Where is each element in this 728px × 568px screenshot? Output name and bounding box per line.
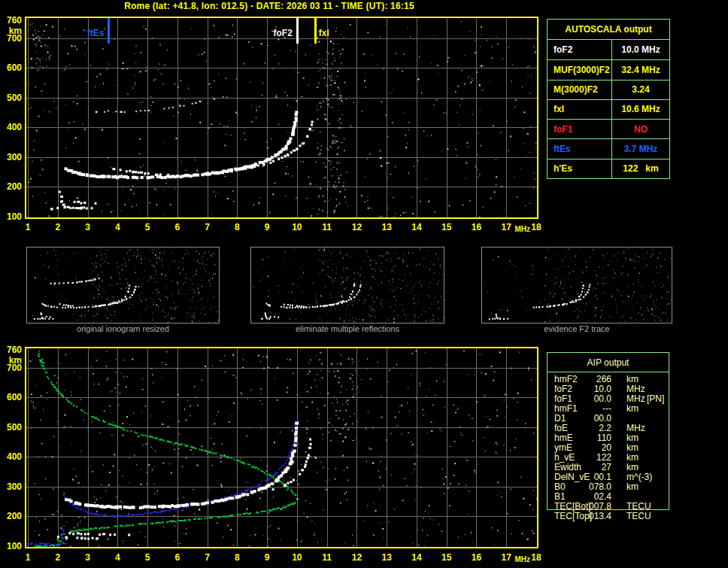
x-tick-label: 5 [145, 552, 150, 563]
thumbnail-eliminate-reflections [250, 247, 444, 323]
autoscala-row: M(3000)F23.24 [548, 80, 669, 99]
x-tick-label: 15 [441, 552, 451, 563]
scaled-ionogram-plot [25, 17, 538, 219]
x-tick-label: 14 [411, 552, 421, 563]
aip-param-unit: MHz [626, 384, 645, 394]
aip-param-unit: m^(-3) [626, 472, 652, 482]
x-tick-label: 3 [85, 222, 90, 232]
aip-rows: hmF2266kmfoF210.0MHzfoF100.0MHz[PN]hmF1-… [547, 374, 669, 521]
aip-param-unit: MHz [626, 423, 645, 433]
autoscala-param-label: h'Es [548, 159, 611, 178]
x-tick-label: 13 [381, 552, 391, 563]
x-tick-label: 17 [502, 222, 511, 232]
x-tick-label: 12 [352, 552, 362, 563]
y-tick-label: 400 [7, 451, 22, 462]
x-tick-label: 16 [472, 552, 481, 563]
x-tick-label: 16 [472, 222, 481, 232]
x-tick-label: 9 [265, 552, 270, 563]
x-tick-label: 1 [26, 552, 31, 563]
aip-param-value: 013.4 [547, 511, 611, 521]
x-tick-label: 18 [531, 222, 541, 232]
marker-label-fxi: fxI [319, 28, 329, 38]
aip-param-unit: km [626, 481, 639, 492]
autoscala-window: Rome (lat: +41.8, lon: 012.5) - DATE: 20… [0, 0, 728, 568]
autoscala-rows: foF210.0 MHzMUF(3000)F232.4 MHzM(3000)F2… [548, 40, 669, 178]
x-tick-label: 15 [441, 222, 451, 232]
aip-param-unit: TECU [626, 501, 651, 512]
x-tick-label: 4 [115, 552, 120, 563]
aip-param-unit: km [626, 462, 639, 472]
aip-param-value: 2.2 [547, 423, 611, 433]
x-tick-label: 17 [502, 552, 511, 563]
autoscala-param-label: ftEs [548, 139, 611, 158]
aip-param-value: 122 [547, 452, 611, 463]
aip-param-unit: km [626, 433, 639, 443]
autoscala-param-label: foF1 [548, 120, 611, 138]
y-tick-label: 600 [7, 392, 22, 402]
x-tick-label: 11 [322, 222, 332, 232]
autoscala-param-value: NO [611, 120, 669, 138]
x-tick-label: 11 [322, 552, 332, 563]
x-tick-label: 2 [55, 222, 60, 232]
aip-ionogram-plot [25, 347, 538, 548]
aip-row: DelN_vE00.1m^(-3) [547, 472, 669, 481]
autoscala-param-label: fxI [548, 100, 611, 119]
autoscala-row: ftEs3.7 MHz [548, 138, 669, 158]
y-tick-label: 300 [7, 481, 22, 492]
y-tick-label: 200 [7, 511, 22, 521]
autoscala-row: fxI10.6 MHz [548, 99, 669, 119]
x-tick-label: 12 [352, 222, 362, 232]
marker-label-ftes: ftEs [62, 28, 104, 38]
y-tick-label: 500 [7, 422, 22, 433]
aip-param-unit: km [626, 374, 639, 384]
aip-row: hmF2266km [547, 374, 669, 384]
aip-param-value: 00.0 [547, 393, 611, 404]
aip-param-unit: km [626, 442, 639, 453]
aip-row: h_vE122km [547, 452, 669, 462]
autoscala-param-label: M(3000)F2 [548, 80, 611, 99]
aip-panel-title: AIP output [548, 353, 669, 372]
autoscala-row: MUF(3000)F232.4 MHz [548, 59, 669, 79]
aip-param-value: 10.0 [547, 384, 611, 394]
autoscala-output-panel: AUTOSCALA output foF210.0 MHzMUF(3000)F2… [547, 19, 670, 179]
x-tick-label: 2 [55, 552, 60, 563]
aip-param-value: 266 [547, 374, 611, 384]
x-tick-label: 9 [265, 222, 270, 232]
y-tick-label: 760 [7, 345, 22, 355]
x-tick-label: 4 [115, 222, 120, 232]
aip-param-extra: [PN] [647, 393, 664, 404]
aip-row: foF210.0MHz [547, 384, 669, 393]
thumbnail-original-ionogram [26, 247, 220, 323]
aip-param-unit: km [626, 452, 639, 463]
y-tick-label: 700 [7, 363, 22, 373]
autoscala-param-value: 32.4 MHz [611, 60, 669, 79]
autoscala-row: foF1NO [548, 119, 669, 138]
autoscala-row: foF210.0 MHz [548, 40, 669, 59]
x-axis-unit-label: MHz [514, 225, 530, 233]
x-tick-label: 6 [174, 552, 180, 563]
autoscala-param-value: 3.7 MHz [611, 139, 669, 158]
autoscala-param-value: 3.24 [611, 80, 669, 99]
aip-param-unit: TECU [626, 511, 651, 521]
x-tick-label: 1 [26, 222, 31, 232]
x-tick-label: 3 [85, 552, 90, 563]
aip-param-value: 27 [547, 462, 611, 472]
x-tick-label: 6 [174, 222, 180, 232]
x-tick-label: 8 [235, 222, 240, 232]
autoscala-panel-title: AUTOSCALA output [548, 20, 669, 40]
thumbnail-evidence-f2-trace [481, 247, 672, 323]
aip-row: B0078.0km [547, 481, 669, 491]
x-tick-label: 10 [292, 222, 302, 232]
aip-row: TEC[Bot]007.8TECU [547, 501, 669, 511]
autoscala-row: h'Es122 km [548, 159, 669, 178]
aip-param-unit: MHz [626, 393, 645, 404]
y-tick-label: 100 [7, 541, 22, 551]
x-tick-label: 7 [205, 222, 210, 232]
aip-row: hmE110km [547, 433, 669, 442]
x-tick-label: 5 [145, 222, 150, 232]
page-title: Rome (lat: +41.8, lon: 012.5) - DATE: 20… [0, 1, 538, 11]
aip-row: foE2.2MHz [547, 423, 669, 433]
aip-param-value: 00.0 [547, 413, 611, 424]
aip-row: TEC[Top]013.4TECU [547, 511, 669, 521]
aip-row: B102.4 [547, 491, 669, 501]
